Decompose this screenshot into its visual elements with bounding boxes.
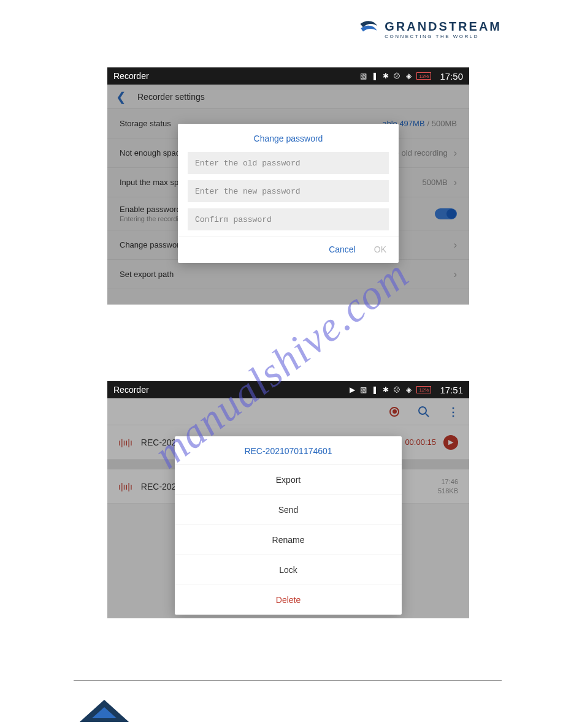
- bluetooth-icon: ✱: [383, 72, 389, 80]
- image-icon: ▧: [360, 385, 367, 394]
- old-password-input[interactable]: [188, 152, 389, 174]
- clock: 17:50: [440, 71, 463, 82]
- image-icon: ▧: [360, 72, 367, 80]
- dialog-title: Change password: [178, 124, 399, 152]
- battery-icon: 13%: [416, 72, 431, 80]
- wifi-icon: ◈: [406, 385, 412, 394]
- bluetooth-icon: ✱: [383, 385, 389, 394]
- screenshot-recording-menu: Recorder ▶ ▧ ❚ ✱ ⛒ ◈ 12% 17:51 ⋮ ı|ıı|ı …: [107, 381, 469, 618]
- recording-context-menu: REC-20210701174601 Export Send Rename Lo…: [175, 436, 402, 615]
- brand-tagline: CONNECTING THE WORLD: [385, 34, 502, 39]
- menu-lock[interactable]: Lock: [175, 555, 402, 585]
- brand-name: GRANDSTREAM: [385, 20, 502, 34]
- wifi-icon: ◈: [406, 72, 412, 80]
- network-icon: ⛒: [394, 72, 401, 80]
- play-icon: ▶: [350, 385, 355, 394]
- clock: 17:51: [440, 385, 463, 395]
- new-password-input[interactable]: [188, 180, 389, 202]
- status-bar: Recorder ▧ ❚ ✱ ⛒ ◈ 13% 17:50: [107, 67, 469, 85]
- ok-button[interactable]: OK: [374, 245, 386, 254]
- app-title: Recorder: [113, 385, 149, 395]
- context-menu-title: REC-20210701174601: [175, 436, 402, 465]
- app-title: Recorder: [113, 71, 149, 81]
- status-bar: Recorder ▶ ▧ ❚ ✱ ⛒ ◈ 12% 17:51: [107, 381, 469, 398]
- confirm-password-input[interactable]: [188, 208, 389, 230]
- menu-export[interactable]: Export: [175, 465, 402, 495]
- footer-rule: [74, 680, 502, 681]
- footer-logo-icon: [80, 700, 129, 722]
- alert-icon: ❚: [372, 72, 378, 80]
- screenshot-change-password: Recorder ▧ ❚ ✱ ⛒ ◈ 13% 17:50 ❮ Recorder …: [107, 67, 469, 305]
- brand-logo: GRANDSTREAM CONNECTING THE WORLD: [358, 18, 502, 40]
- logo-swoosh-icon: [358, 18, 380, 40]
- network-icon: ⛒: [394, 385, 401, 394]
- menu-send[interactable]: Send: [175, 495, 402, 525]
- alert-icon: ❚: [372, 385, 378, 394]
- battery-icon: 12%: [416, 386, 431, 393]
- cancel-button[interactable]: Cancel: [329, 245, 356, 254]
- menu-rename[interactable]: Rename: [175, 525, 402, 555]
- menu-delete[interactable]: Delete: [175, 585, 402, 615]
- change-password-dialog: Change password Cancel OK: [178, 124, 399, 263]
